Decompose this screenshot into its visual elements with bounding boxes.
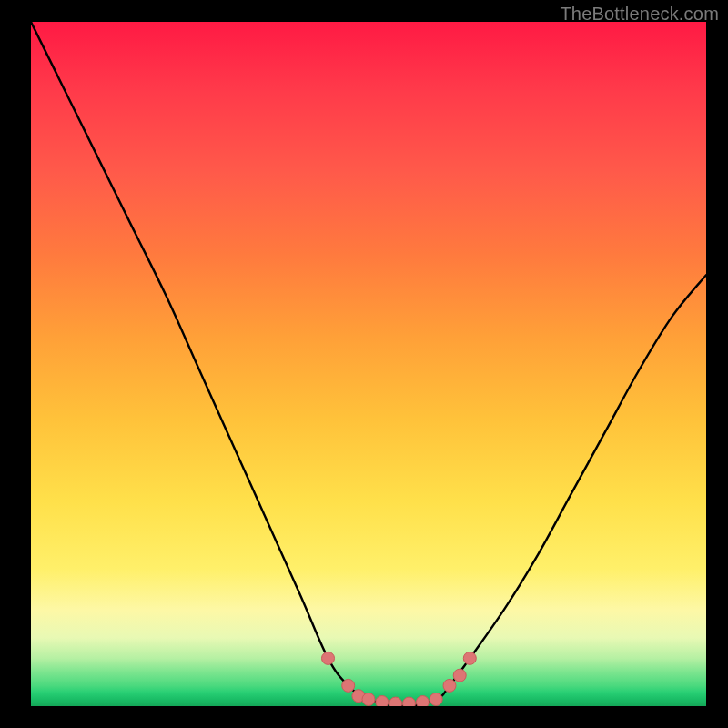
optimum-marker: [416, 696, 429, 707]
optimum-marker: [322, 652, 335, 664]
optimum-marker: [463, 652, 476, 664]
optimum-marker: [376, 696, 389, 707]
optimum-marker: [342, 679, 355, 692]
optimum-marker: [362, 693, 375, 706]
optimum-marker: [453, 669, 466, 682]
optimum-marker: [403, 697, 416, 706]
bottleneck-curve: [31, 22, 706, 706]
watermark-text: TheBottleneck.com: [560, 4, 719, 25]
optimum-marker: [430, 693, 442, 706]
curve-layer: [31, 22, 706, 706]
optimum-marker: [389, 697, 402, 706]
optimum-markers: [322, 652, 477, 706]
chart-frame: TheBottleneck.com: [0, 0, 728, 728]
plot-area: [31, 22, 706, 706]
optimum-marker: [352, 690, 365, 703]
optimum-marker: [443, 679, 456, 692]
